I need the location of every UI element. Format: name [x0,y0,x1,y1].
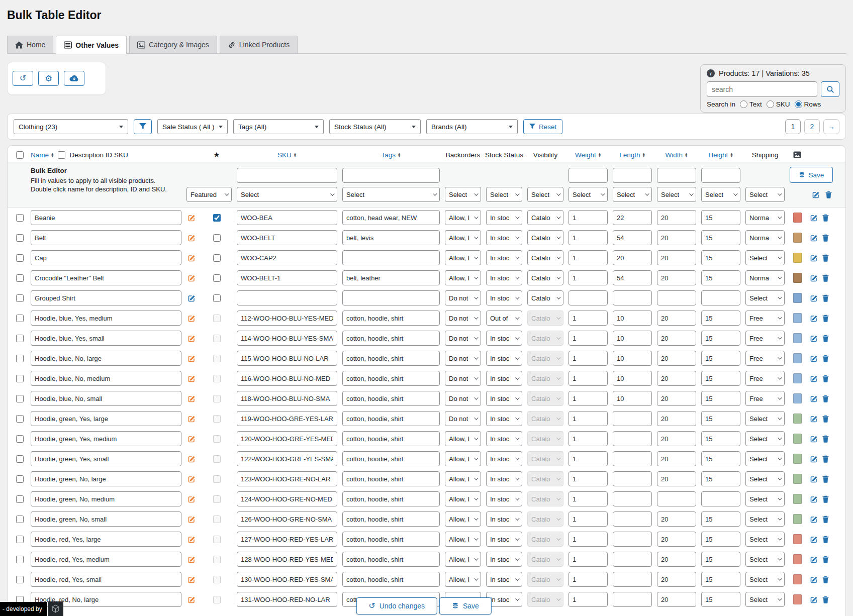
sku-input[interactable] [237,331,337,346]
visibility-select[interactable]: Catalo [527,391,563,406]
edit-name-icon[interactable] [187,415,196,423]
tags-input[interactable] [342,351,440,366]
tags-input[interactable] [342,290,440,305]
height-input[interactable] [701,290,740,305]
stock-status-select[interactable]: In stoc [486,371,522,386]
row-edit-icon[interactable] [810,515,818,524]
bulk-visibility-select[interactable]: Select [527,187,563,202]
visibility-select[interactable]: Catalo [527,491,563,506]
sort-by-weight[interactable]: Weight [575,151,601,159]
stock-status-select[interactable]: In stoc [486,250,522,265]
product-name-input[interactable] [31,250,181,265]
stock-status-filter-select[interactable]: Stock Status (All) [329,119,421,134]
tags-input[interactable] [342,431,440,446]
row-edit-icon[interactable] [810,475,818,483]
row-select-checkbox[interactable] [16,455,24,463]
bulk-width-select[interactable]: Select [657,187,696,202]
stock-status-select[interactable]: In stoc [486,391,522,406]
reset-filters-button[interactable]: Reset [523,119,562,134]
featured-checkbox[interactable] [213,375,221,382]
weight-input[interactable] [568,532,608,547]
row-delete-icon[interactable] [821,415,830,423]
next-page-button[interactable]: → [823,119,839,134]
product-thumbnail[interactable] [793,554,802,564]
shipping-select[interactable]: Select [745,491,785,506]
search-in-option-sku[interactable]: SKU [767,100,790,108]
row-delete-icon[interactable] [821,234,830,242]
undo-changes-button[interactable]: ↺ Undo changes [356,597,437,614]
developer-logo[interactable] [48,601,63,616]
weight-input[interactable] [568,210,608,225]
stock-status-select[interactable]: In stoc [486,210,522,225]
weight-input[interactable] [568,431,608,446]
row-edit-icon[interactable] [810,314,818,323]
bulk-height-select[interactable]: Select [701,187,740,202]
height-input[interactable] [701,572,740,587]
row-delete-icon[interactable] [821,495,830,503]
length-input[interactable] [613,532,652,547]
shipping-select[interactable]: Free [745,371,785,386]
row-delete-icon[interactable] [821,334,830,343]
weight-input[interactable] [568,592,608,607]
visibility-select[interactable]: Catalo [527,331,563,346]
sku-input[interactable] [237,371,337,386]
visibility-select[interactable]: Catalo [527,311,563,326]
product-thumbnail[interactable] [793,393,802,403]
featured-checkbox[interactable] [213,315,221,322]
width-input[interactable] [657,491,696,506]
row-edit-icon[interactable] [810,394,818,403]
weight-input[interactable] [568,572,608,587]
bulk-weight-select[interactable]: Select [568,187,608,202]
length-input[interactable] [613,471,652,486]
row-select-checkbox[interactable] [16,254,24,262]
category-filter-button[interactable] [134,119,152,134]
search-in-option-text[interactable]: Text [740,100,762,108]
sale-status-filter-select[interactable]: Sale Status ( All ) [157,119,228,134]
stock-status-select[interactable]: In stoc [486,572,522,587]
length-input[interactable] [613,391,652,406]
sku-input[interactable] [237,210,337,225]
height-input[interactable] [701,270,740,285]
edit-name-icon[interactable] [187,535,196,544]
page-2-button[interactable]: 2 [804,119,820,134]
shipping-select[interactable]: Free [745,391,785,406]
row-delete-icon[interactable] [821,394,830,403]
featured-checkbox[interactable] [213,355,221,362]
product-name-input[interactable] [31,451,181,466]
row-select-checkbox[interactable] [16,495,24,503]
featured-checkbox[interactable] [213,294,221,302]
featured-checkbox[interactable] [213,274,221,282]
edit-name-icon[interactable] [187,374,196,383]
bulk-sku-select[interactable]: Select [237,187,337,202]
stock-status-select[interactable]: In stoc [486,411,522,426]
bulk-length-input[interactable] [613,168,652,183]
backorders-select[interactable]: Allow, I [445,250,481,265]
backorders-select[interactable]: Allow, I [445,210,481,225]
row-select-checkbox[interactable] [16,536,24,543]
row-delete-icon[interactable] [821,314,830,323]
length-input[interactable] [613,210,652,225]
backorders-select[interactable]: Allow, I [445,491,481,506]
product-thumbnail[interactable] [793,474,802,484]
weight-input[interactable] [568,491,608,506]
bulk-tags-input[interactable] [342,168,440,183]
row-select-checkbox[interactable] [16,294,24,302]
bulk-weight-input[interactable] [568,168,608,183]
backorders-select[interactable]: Allow, I [445,552,481,567]
export-button[interactable] [64,71,84,86]
weight-input[interactable] [568,270,608,285]
product-name-input[interactable] [31,290,181,305]
featured-checkbox[interactable] [213,536,221,543]
weight-input[interactable] [568,511,608,527]
width-input[interactable] [657,552,696,567]
row-edit-icon[interactable] [810,415,818,423]
row-edit-icon[interactable] [810,354,818,363]
length-input[interactable] [613,572,652,587]
search-in-radio-text[interactable] [740,100,747,108]
height-input[interactable] [701,451,740,466]
row-edit-icon[interactable] [810,575,818,584]
stock-status-select[interactable]: In stoc [486,230,522,245]
bulk-shipping-select[interactable]: Select [745,187,785,202]
row-delete-icon[interactable] [821,435,830,443]
bulk-stock-status-select[interactable]: Select [486,187,522,202]
